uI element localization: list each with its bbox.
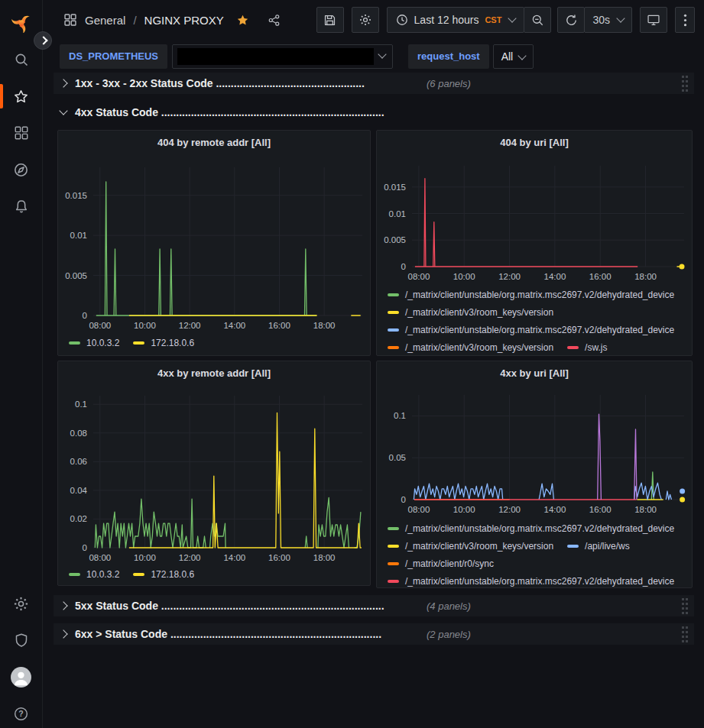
alerting-bell-icon[interactable] (0, 191, 42, 222)
svg-text:0.005: 0.005 (384, 235, 406, 244)
legend-item[interactable]: /sw.js (567, 342, 607, 353)
row-title: 6xx > Status Code (75, 628, 167, 640)
legend-item[interactable]: /_matrix/client/unstable/org.matrix.msc2… (388, 290, 674, 300)
panel-title[interactable]: 404 by uri [All] (377, 131, 692, 154)
svg-text:0: 0 (401, 262, 406, 271)
svg-text:08:00: 08:00 (408, 272, 430, 281)
legend-item[interactable]: 10.0.3.2 (69, 338, 119, 348)
configuration-gear-icon[interactable] (0, 588, 42, 619)
svg-text:12:00: 12:00 (179, 321, 201, 330)
panel-legend: 10.0.3.2172.18.0.6 (69, 567, 367, 582)
refresh-button[interactable] (557, 7, 585, 33)
legend-label: /_matrix/client/unstable/org.matrix.msc2… (405, 290, 674, 300)
save-dashboard-button[interactable] (316, 7, 344, 33)
legend-item[interactable]: /_matrix/client/v3/room_keys/version (388, 307, 553, 318)
refresh-interval-picker[interactable]: 30s (584, 7, 632, 33)
kebab-menu-icon (683, 14, 687, 27)
gear-icon (358, 13, 372, 27)
server-admin-shield-icon[interactable] (0, 625, 42, 655)
legend-label: 172.18.0.6 (151, 338, 194, 348)
svg-text:10:00: 10:00 (134, 553, 156, 562)
svg-text:0.05: 0.05 (389, 453, 406, 462)
svg-text:0.02: 0.02 (70, 514, 87, 523)
legend-color-swatch (567, 545, 579, 548)
svg-text:0.015: 0.015 (65, 191, 87, 200)
user-avatar[interactable] (0, 662, 42, 692)
row-drag-handle[interactable] (681, 626, 689, 645)
svg-text:10:00: 10:00 (453, 272, 475, 281)
variable-dropdown-request-host[interactable]: All (493, 44, 534, 69)
legend-item[interactable]: /_matrix/client/unstable/org.matrix.msc2… (388, 523, 674, 534)
svg-text:0.1: 0.1 (75, 400, 87, 409)
row-drag-handle[interactable] (681, 597, 689, 617)
row-title-dots: ........................................… (167, 628, 381, 640)
panel-title[interactable]: 4xx by remote addr [All] (58, 361, 370, 384)
zoom-out-time-button[interactable] (524, 7, 551, 33)
row-drag-handle[interactable] (681, 75, 689, 95)
save-icon (323, 14, 336, 27)
legend-item[interactable]: 172.18.0.6 (133, 338, 194, 348)
help-icon[interactable]: ? (0, 698, 42, 728)
starred-dashboards-icon[interactable] (0, 81, 42, 112)
panel-title[interactable]: 404 by remote addr [All] (58, 131, 370, 154)
legend-label: /_matrix/client/v3/room_keys/version (405, 541, 553, 552)
refresh-icon (565, 14, 578, 27)
legend-label: /_matrix/client/v3/room_keys/version (405, 342, 553, 353)
row-5xx[interactable]: 5xx Status Code ........................… (54, 595, 694, 616)
variable-dropdown-ds-prometheus[interactable] (172, 44, 393, 69)
panel-legend: 10.0.3.2172.18.0.6 (69, 335, 367, 351)
legend-item[interactable]: 172.18.0.6 (133, 569, 194, 580)
svg-text:18:00: 18:00 (634, 505, 657, 514)
legend-item[interactable]: /_matrix/client/v3/room_keys/version (388, 541, 553, 552)
sidebar-expand-button[interactable] (34, 31, 52, 50)
svg-text:18:00: 18:00 (313, 321, 336, 330)
legend-item[interactable]: /_matrix/client/unstable/org.matrix.msc2… (388, 576, 674, 587)
time-series-chart[interactable]: 00.020.040.060.080.108:0010:0012:0014:00… (58, 361, 370, 585)
svg-text:14:00: 14:00 (544, 272, 566, 281)
legend-color-swatch (388, 527, 399, 530)
variable-label-request-host: request_host (408, 44, 489, 69)
legend-item[interactable]: 10.0.3.2 (69, 569, 119, 580)
panel-title[interactable]: 4xx by uri [All] (377, 361, 692, 384)
legend-item[interactable]: /_matrix/client/unstable/org.matrix.msc2… (388, 325, 674, 335)
cycle-view-mode-button[interactable] (640, 7, 667, 33)
more-options-button[interactable] (675, 7, 695, 33)
row-6xx[interactable]: 6xx > Status Code ......................… (54, 623, 694, 645)
svg-text:0.06: 0.06 (70, 457, 87, 466)
row-4xx[interactable]: 4xx Status Code ........................… (54, 102, 694, 123)
redacted-value (177, 48, 374, 65)
row-1xx-3xx-2xx[interactable]: 1xx - 3xx - 2xx Status Code ............… (54, 73, 694, 94)
breadcrumb-separator: / (133, 14, 136, 27)
share-icon[interactable] (268, 14, 281, 27)
header-actions: Last 12 hours CST 30s (316, 7, 695, 33)
legend-item[interactable]: /_matrix/client/r0/sync (388, 558, 494, 569)
svg-text:12:00: 12:00 (498, 272, 521, 281)
svg-text:14:00: 14:00 (223, 321, 245, 330)
time-series-chart[interactable]: 00.0050.010.01508:0010:0012:0014:0016:00… (58, 131, 370, 355)
legend-item[interactable]: /_matrix/client/v3/room_keys/version (388, 342, 553, 353)
monitor-icon (647, 13, 660, 27)
svg-text:0.015: 0.015 (384, 183, 406, 192)
legend-color-swatch (388, 293, 399, 296)
panel-4xx-by-uri: 4xx by uri [All] 00.050.108:0010:0012:00… (376, 361, 693, 588)
chevron-right-icon (59, 601, 67, 610)
favorite-star-icon[interactable] (236, 14, 249, 27)
chart-plot[interactable]: 00.0050.010.01508:0010:0012:0014:0016:00… (58, 131, 370, 355)
legend-label: 10.0.3.2 (86, 569, 119, 580)
legend-label: 172.18.0.6 (151, 569, 194, 580)
explore-compass-icon[interactable] (0, 154, 42, 185)
svg-text:08:00: 08:00 (408, 505, 430, 514)
chevron-down-icon (518, 51, 527, 60)
dashboard-title[interactable]: NGINX PROXY (144, 14, 224, 27)
variable-label-ds-prometheus: DS_PROMETHEUS (60, 44, 167, 69)
time-range-picker[interactable]: Last 12 hours CST (387, 7, 525, 33)
legend-item[interactable]: /api/live/ws (567, 541, 630, 552)
chart-plot[interactable]: 00.020.040.060.080.108:0010:0012:0014:00… (58, 361, 370, 585)
dashboards-icon[interactable] (0, 118, 42, 148)
dashboard-settings-button[interactable] (352, 7, 379, 33)
search-icon[interactable] (0, 44, 42, 75)
svg-text:08:00: 08:00 (89, 321, 111, 330)
breadcrumb-folder[interactable]: General (85, 14, 125, 27)
legend-color-swatch (388, 545, 399, 548)
svg-text:10:00: 10:00 (453, 505, 475, 514)
